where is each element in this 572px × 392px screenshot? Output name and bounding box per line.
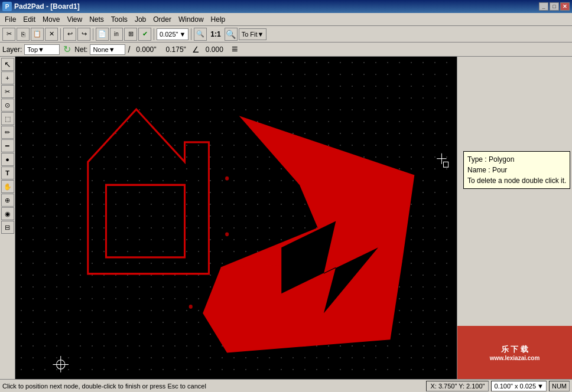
title-bar: P Pad2Pad - [Board1] _ □ ✕ <box>0 0 572 13</box>
watermark-line1: 乐 下 载 <box>501 344 528 355</box>
separator-1 <box>60 28 61 40</box>
tooltip-line2: Name : Pour <box>467 165 566 175</box>
menu-order[interactable]: Order <box>150 14 175 25</box>
zoom-fit-icon[interactable]: 🔍 <box>194 28 207 41</box>
layer-dropdown[interactable]: Top ▼ <box>24 44 60 55</box>
hand-tool[interactable]: ✋ <box>1 180 14 193</box>
angle-icon: ∠ <box>192 45 200 54</box>
text-tool[interactable]: T <box>1 166 14 179</box>
coords-display: X: 3.750" Y: 2.100" <box>426 381 489 391</box>
line-tool[interactable]: ━ <box>1 139 14 152</box>
circle-tool[interactable]: ⊙ <box>1 99 14 112</box>
measure-tool[interactable]: ◉ <box>1 207 14 220</box>
layer-label: Layer: <box>2 45 22 54</box>
secondary-toolbar: Layer: Top ▼ ↻ Net: None ▼ / 0.000" 0.17… <box>0 43 572 57</box>
layer-vis-icon: ≡ <box>232 43 238 55</box>
fit-arrow: ▼ <box>258 31 264 38</box>
snap-dropdown[interactable]: 0.025" ▼ <box>157 28 188 40</box>
menu-file[interactable]: File <box>1 14 20 25</box>
coord-y: 0.175" <box>162 45 190 54</box>
menu-move[interactable]: Move <box>39 14 63 25</box>
units-button[interactable]: in <box>110 28 123 41</box>
net-label: Net: <box>74 45 87 54</box>
copy-button[interactable]: ⎘ <box>17 28 30 41</box>
menu-window[interactable]: Window <box>175 14 207 25</box>
svg-rect-13 <box>443 162 448 167</box>
canvas-area[interactable] <box>15 57 457 379</box>
add-tool[interactable]: + <box>1 71 14 84</box>
rect-tool[interactable]: ⬚ <box>1 112 14 125</box>
menu-bar: File Edit Move View Nets Tools Job Order… <box>0 13 572 26</box>
grid-button[interactable]: ⊞ <box>124 28 137 41</box>
window-title: Pad2Pad - [Board1] <box>14 2 539 11</box>
minimize-button[interactable]: _ <box>539 2 548 11</box>
snap-dropdown-arrow[interactable]: ▼ <box>537 383 544 390</box>
angle-value: 0.000 <box>202 45 227 54</box>
check-button[interactable]: ✔ <box>138 28 151 41</box>
menu-view[interactable]: View <box>63 14 86 25</box>
status-bar: Click to position next node, double-clic… <box>0 379 572 392</box>
window-controls[interactable]: _ □ ✕ <box>539 2 570 11</box>
left-toolbar: ↖ + ✂ ⊙ ⬚ ✏ ━ ● T ✋ ⊕ ◉ ⊟ <box>0 57 15 379</box>
main-area: ↖ + ✂ ⊙ ⬚ ✏ ━ ● T ✋ ⊕ ◉ ⊟ <box>0 57 572 379</box>
menu-nets[interactable]: Nets <box>86 14 108 25</box>
layer-tool[interactable]: ⊟ <box>1 221 14 234</box>
layer-value: Top <box>27 46 38 53</box>
layer-refresh-icon[interactable]: ↻ <box>63 44 71 55</box>
svg-point-6 <box>225 177 229 181</box>
tooltip-line3: To delete a node double click it. <box>467 175 566 186</box>
net-value: None <box>93 46 108 53</box>
svg-point-7 <box>189 305 193 309</box>
canvas-svg <box>15 57 457 379</box>
coord-x: 0.000" <box>132 45 160 54</box>
watermark-line2: www.lexiazai.com <box>490 355 540 361</box>
new-button[interactable]: 📄 <box>96 28 109 41</box>
scissors-tool[interactable]: ✂ <box>1 85 14 98</box>
separator-3 <box>154 28 154 40</box>
fit-label: To Fit <box>242 31 258 38</box>
main-toolbar: ✂ ⎘ 📋 ✕ ↩ ↪ 📄 in ⊞ ✔ 0.025" ▼ 🔍 1:1 🔍 To… <box>0 26 572 43</box>
zoom-ratio: 1:1 <box>208 30 223 38</box>
snap-value: 0.025" <box>160 31 178 38</box>
watermark-area: 乐 下 载 www.lexiazai.com <box>457 326 572 379</box>
separator-4 <box>191 28 191 40</box>
slash-icon: / <box>128 45 130 54</box>
menu-job[interactable]: Job <box>131 14 150 25</box>
menu-edit[interactable]: Edit <box>20 14 39 25</box>
menu-help[interactable]: Help <box>207 14 229 25</box>
delete-button[interactable]: ✕ <box>45 28 58 41</box>
draw-tool[interactable]: ✏ <box>1 126 14 139</box>
via-tool[interactable]: ⊕ <box>1 194 14 207</box>
tooltip-box: Type : Polygon Name : Pour To delete a n… <box>463 151 570 189</box>
tooltip-line1: Type : Polygon <box>467 154 566 165</box>
net-dropdown[interactable]: None ▼ <box>90 44 125 55</box>
snap-value-label: 0.100" x 0.025 <box>494 383 536 390</box>
cut-button[interactable]: ✂ <box>2 28 15 41</box>
separator-2 <box>93 28 93 40</box>
right-panel: Type : Polygon Name : Pour To delete a n… <box>457 57 572 379</box>
redo-button[interactable]: ↪ <box>77 28 90 41</box>
num-indicator: NUM <box>549 381 570 391</box>
snap-arrow: ▼ <box>179 31 186 38</box>
pad-tool[interactable]: ● <box>1 153 14 166</box>
snap-display[interactable]: 0.100" x 0.025 ▼ <box>491 381 546 391</box>
fit-button[interactable]: To Fit ▼ <box>239 28 267 40</box>
select-tool[interactable]: ↖ <box>1 58 14 71</box>
svg-point-5 <box>225 233 229 237</box>
maximize-button[interactable]: □ <box>550 2 559 11</box>
status-message: Click to position next node, double-clic… <box>2 383 424 390</box>
close-button[interactable]: ✕ <box>560 2 570 11</box>
paste-button[interactable]: 📋 <box>31 28 44 41</box>
zoom-button[interactable]: 🔍 <box>225 28 238 41</box>
undo-button[interactable]: ↩ <box>63 28 76 41</box>
menu-tools[interactable]: Tools <box>108 14 131 25</box>
svg-marker-1 <box>106 185 184 257</box>
app-icon: P <box>2 2 12 11</box>
